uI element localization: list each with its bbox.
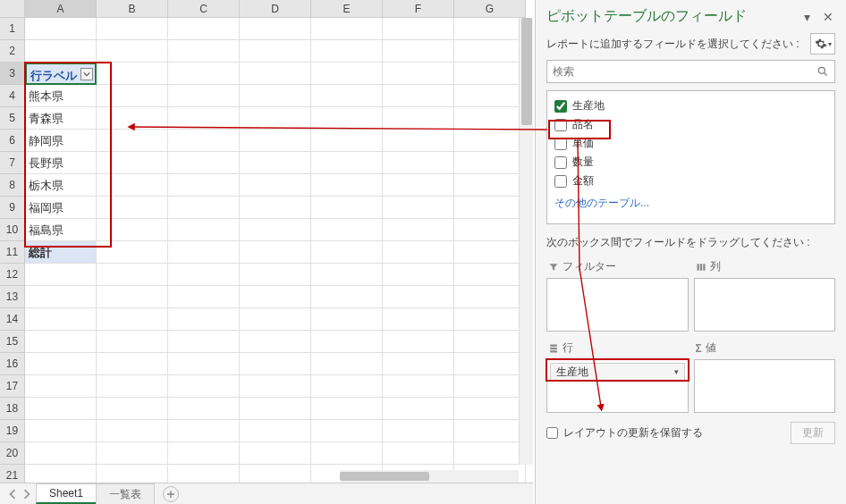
cell-A5[interactable]: 青森県	[25, 107, 97, 130]
cell-F17[interactable]	[383, 375, 454, 398]
cell-A4[interactable]: 熊本県	[25, 85, 97, 107]
cell-D10[interactable]	[240, 219, 311, 241]
cell-E3[interactable]	[311, 63, 383, 85]
row-field-chip[interactable]: 生産地 ▾	[550, 363, 685, 381]
cell-E15[interactable]	[311, 331, 383, 353]
cell-D9[interactable]	[240, 197, 311, 219]
cell-G16[interactable]	[454, 353, 526, 375]
vertical-scrollbar[interactable]	[519, 18, 533, 465]
cell-E13[interactable]	[311, 286, 383, 308]
row-header-17[interactable]: 17	[0, 375, 25, 398]
cell-A8[interactable]: 栃木県	[25, 174, 97, 197]
cell-C16[interactable]	[168, 353, 240, 375]
cell-C2[interactable]	[168, 40, 240, 63]
column-header-G[interactable]: G	[454, 0, 526, 18]
row-header-10[interactable]: 10	[0, 219, 25, 241]
cell-C18[interactable]	[168, 398, 240, 420]
cell-D2[interactable]	[240, 40, 311, 63]
vertical-scroll-thumb[interactable]	[521, 18, 532, 125]
cell-E6[interactable]	[311, 130, 383, 152]
row-header-8[interactable]: 8	[0, 174, 25, 197]
cell-G8[interactable]	[454, 174, 526, 197]
cell-B16[interactable]	[97, 353, 168, 375]
cell-E16[interactable]	[311, 353, 383, 375]
cell-G7[interactable]	[454, 152, 526, 174]
cell-E11[interactable]	[311, 241, 383, 264]
field-item-0[interactable]: 生産地	[553, 97, 829, 115]
sheet-tab-active[interactable]: Sheet1	[36, 483, 97, 504]
cell-B6[interactable]	[97, 130, 168, 152]
cell-G17[interactable]	[454, 375, 526, 398]
cell-G9[interactable]	[454, 197, 526, 219]
cell-D4[interactable]	[240, 85, 311, 107]
cell-A1[interactable]	[25, 18, 97, 40]
cell-F5[interactable]	[383, 107, 454, 130]
cell-G18[interactable]	[454, 398, 526, 420]
cell-A21[interactable]	[25, 465, 97, 483]
cell-E12[interactable]	[311, 264, 383, 286]
cell-G6[interactable]	[454, 130, 526, 152]
cell-F19[interactable]	[383, 420, 454, 442]
pane-dropdown-icon[interactable]: ▾	[799, 10, 814, 24]
area-rows-dropzone[interactable]: 生産地 ▾	[546, 359, 689, 413]
row-header-7[interactable]: 7	[0, 152, 25, 174]
cell-B1[interactable]	[97, 18, 168, 40]
cell-G13[interactable]	[454, 286, 526, 308]
cell-C14[interactable]	[168, 308, 240, 331]
cell-B5[interactable]	[97, 107, 168, 130]
field-checkbox-1[interactable]	[554, 119, 567, 131]
row-header-14[interactable]: 14	[0, 308, 25, 331]
cell-D20[interactable]	[240, 442, 311, 465]
cell-D15[interactable]	[240, 331, 311, 353]
cell-A2[interactable]	[25, 40, 97, 63]
cell-B14[interactable]	[97, 308, 168, 331]
cell-E4[interactable]	[311, 85, 383, 107]
cell-B11[interactable]	[97, 241, 168, 264]
cell-D21[interactable]	[240, 465, 311, 483]
sheet-tab-other[interactable]: 一覧表	[96, 483, 155, 505]
tab-next-icon[interactable]	[21, 489, 32, 500]
row-header-1[interactable]: 1	[0, 18, 25, 40]
cell-A10[interactable]: 福島県	[25, 219, 97, 241]
column-header-F[interactable]: F	[383, 0, 454, 18]
cell-E17[interactable]	[311, 375, 383, 398]
cell-D1[interactable]	[240, 18, 311, 40]
cell-C20[interactable]	[168, 442, 240, 465]
cell-D17[interactable]	[240, 375, 311, 398]
cell-D13[interactable]	[240, 286, 311, 308]
cell-C3[interactable]	[168, 63, 240, 85]
cell-C21[interactable]	[168, 465, 240, 483]
cell-B4[interactable]	[97, 85, 168, 107]
pivot-filter-button[interactable]	[80, 68, 93, 80]
cell-F15[interactable]	[383, 331, 454, 353]
cell-F3[interactable]	[383, 63, 454, 85]
cell-G20[interactable]	[454, 442, 526, 465]
grid-body[interactable]: 行ラベル熊本県青森県静岡県長野県栃木県福岡県福島県総計	[25, 18, 533, 483]
cell-G1[interactable]	[454, 18, 526, 40]
cell-E14[interactable]	[311, 308, 383, 331]
field-checkbox-4[interactable]	[554, 175, 567, 188]
cell-A18[interactable]	[25, 398, 97, 420]
cell-C4[interactable]	[168, 85, 240, 107]
cell-F12[interactable]	[383, 264, 454, 286]
cell-E19[interactable]	[311, 420, 383, 442]
cell-C5[interactable]	[168, 107, 240, 130]
cell-F9[interactable]	[383, 197, 454, 219]
row-header-12[interactable]: 12	[0, 264, 25, 286]
cell-C17[interactable]	[168, 375, 240, 398]
horizontal-scroll-thumb[interactable]	[340, 472, 429, 481]
field-search-box[interactable]	[546, 60, 835, 83]
cell-E7[interactable]	[311, 152, 383, 174]
cell-C1[interactable]	[168, 18, 240, 40]
cell-B12[interactable]	[97, 264, 168, 286]
cell-D14[interactable]	[240, 308, 311, 331]
cell-F1[interactable]	[383, 18, 454, 40]
cell-B17[interactable]	[97, 375, 168, 398]
cell-A14[interactable]	[25, 308, 97, 331]
cell-A16[interactable]	[25, 353, 97, 375]
cell-C15[interactable]	[168, 331, 240, 353]
column-header-A[interactable]: A	[25, 0, 97, 18]
field-item-3[interactable]: 数量	[553, 153, 829, 172]
cell-D11[interactable]	[240, 241, 311, 264]
pane-close-icon[interactable]: ✕	[821, 10, 835, 24]
